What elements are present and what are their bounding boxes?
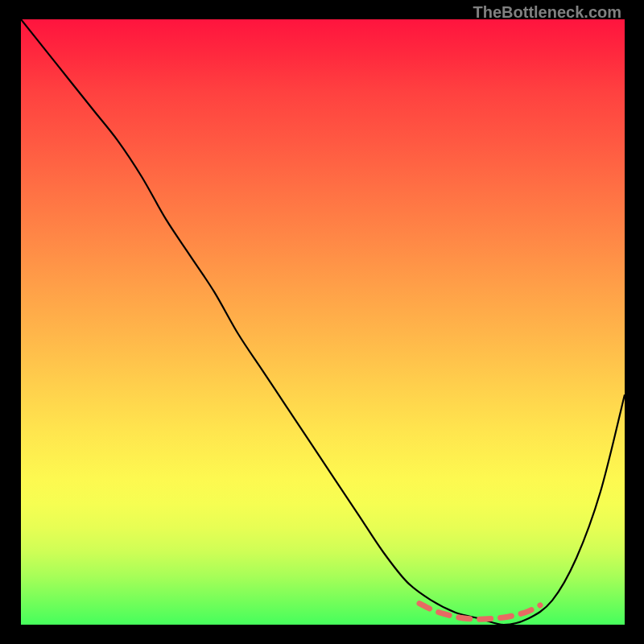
chart-svg	[21, 19, 625, 625]
watermark-text: TheBottleneck.com	[473, 3, 621, 22]
main-curve-line	[21, 19, 625, 625]
highlight-dashed-line	[419, 604, 540, 620]
chart-plot-area	[21, 19, 625, 625]
